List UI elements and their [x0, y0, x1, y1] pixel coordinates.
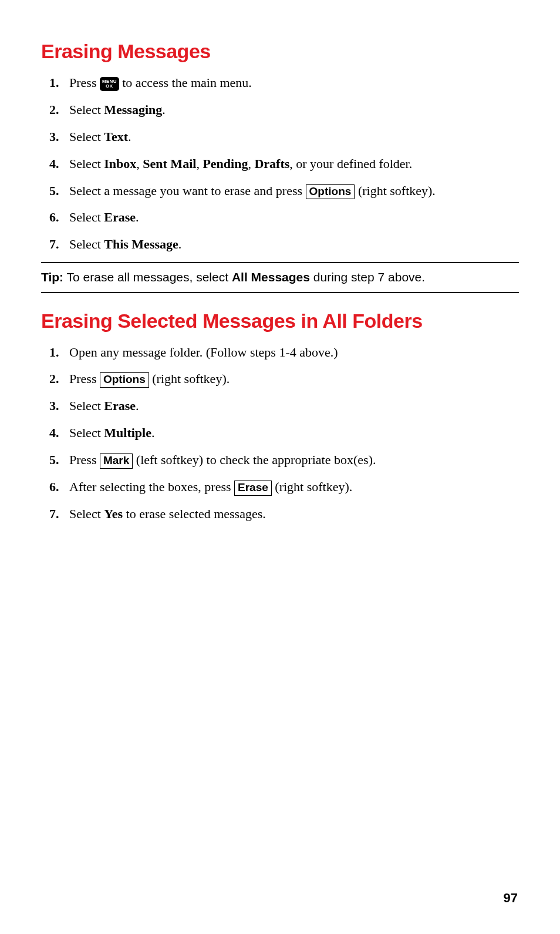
- step-number: 7.: [49, 505, 59, 523]
- bold-term: Inbox: [104, 156, 136, 171]
- step-text: Select: [69, 237, 104, 251]
- step-number: 6.: [49, 208, 59, 227]
- step-text: ,: [248, 156, 254, 171]
- step-1: 1. Open any message folder. (Follow step…: [69, 343, 519, 362]
- bold-term: Drafts: [254, 156, 289, 171]
- step-text: (right softkey).: [149, 371, 230, 386]
- step-number: 4.: [49, 154, 59, 173]
- bold-term: All Messages: [232, 270, 310, 284]
- step-1: 1. Press MENUOK to access the main menu.: [69, 73, 519, 92]
- steps-list-1: 1. Press MENUOK to access the main menu.…: [41, 73, 519, 254]
- step-4: 4. Select Inbox, Sent Mail, Pending, Dra…: [69, 154, 519, 173]
- step-text: Select: [69, 425, 104, 440]
- step-text: Select a message you want to erase and p…: [69, 183, 306, 198]
- step-text: , or your defined folder.: [289, 156, 412, 171]
- tip-text: To erase all messages, select: [63, 270, 232, 284]
- step-text: Press: [69, 452, 100, 467]
- bold-term: Multiple: [104, 425, 151, 440]
- bold-term: Erase: [104, 210, 136, 224]
- bold-term: This Message: [104, 237, 178, 251]
- step-number: 3.: [49, 397, 59, 415]
- softkey-options: Options: [306, 184, 355, 200]
- step-number: 1.: [49, 343, 59, 362]
- step-text: Select: [69, 210, 104, 224]
- step-text: to access the main menu.: [119, 75, 252, 90]
- step-text: Open any message folder. (Follow steps 1…: [69, 345, 338, 360]
- step-text: to erase selected messages.: [123, 506, 266, 521]
- step-text: .: [128, 129, 131, 144]
- section-heading-erasing-messages: Erasing Messages: [41, 40, 519, 63]
- bold-term: Sent Mail: [143, 156, 196, 171]
- tip-text: during step 7 above.: [310, 270, 425, 284]
- bold-term: Erase: [104, 398, 136, 413]
- softkey-mark: Mark: [100, 453, 133, 469]
- step-number: 2.: [49, 100, 59, 119]
- step-7: 7. Select This Message.: [69, 235, 519, 254]
- tip-box: Tip: To erase all messages, select All M…: [41, 262, 519, 293]
- softkey-erase: Erase: [234, 481, 272, 496]
- bold-term: Text: [104, 129, 128, 144]
- step-number: 7.: [49, 235, 59, 254]
- step-6: 6. After selecting the boxes, press Eras…: [69, 478, 519, 496]
- step-5: 5. Select a message you want to erase an…: [69, 182, 519, 200]
- step-text: (right softkey).: [355, 183, 435, 198]
- step-number: 4.: [49, 424, 59, 442]
- step-3: 3. Select Erase.: [69, 397, 519, 415]
- step-text: (right softkey).: [272, 479, 352, 494]
- step-number: 1.: [49, 73, 59, 92]
- step-6: 6. Select Erase.: [69, 208, 519, 227]
- step-text: .: [178, 237, 182, 251]
- step-number: 6.: [49, 478, 59, 496]
- step-text: .: [151, 425, 155, 440]
- step-3: 3. Select Text.: [69, 127, 519, 146]
- steps-list-2: 1. Open any message folder. (Follow step…: [41, 343, 519, 523]
- step-text: .: [136, 398, 139, 413]
- page-number: 97: [504, 891, 518, 906]
- step-text: ,: [136, 156, 143, 171]
- step-text: Press: [69, 371, 100, 386]
- step-number: 2.: [49, 369, 59, 388]
- step-2: 2. Select Messaging.: [69, 100, 519, 119]
- bold-term: Messaging: [104, 102, 162, 117]
- menu-ok-key-icon: MENUOK: [100, 77, 119, 91]
- step-7: 7. Select Yes to erase selected messages…: [69, 505, 519, 523]
- step-text: Select: [69, 398, 104, 413]
- step-5: 5. Press Mark (left softkey) to check th…: [69, 451, 519, 469]
- step-text: After selecting the boxes, press: [69, 479, 234, 494]
- step-text: Select: [69, 506, 104, 521]
- step-text: .: [136, 210, 139, 224]
- step-text: Select: [69, 156, 104, 171]
- step-number: 5.: [49, 451, 59, 469]
- step-number: 5.: [49, 182, 59, 200]
- step-2: 2. Press Options (right softkey).: [69, 369, 519, 388]
- bold-term: Pending: [203, 156, 248, 171]
- step-text: ,: [196, 156, 203, 171]
- tip-label: Tip:: [41, 270, 63, 284]
- section-heading-erasing-selected: Erasing Selected Messages in All Folders: [41, 310, 519, 332]
- bold-term: Yes: [104, 506, 123, 521]
- step-text: Press: [69, 75, 100, 90]
- step-text: Select: [69, 102, 104, 117]
- softkey-options: Options: [100, 372, 149, 388]
- step-4: 4. Select Multiple.: [69, 424, 519, 442]
- step-text: (left softkey) to check the appropriate …: [133, 452, 376, 467]
- step-text: Select: [69, 129, 104, 144]
- step-number: 3.: [49, 127, 59, 146]
- step-text: .: [162, 102, 166, 117]
